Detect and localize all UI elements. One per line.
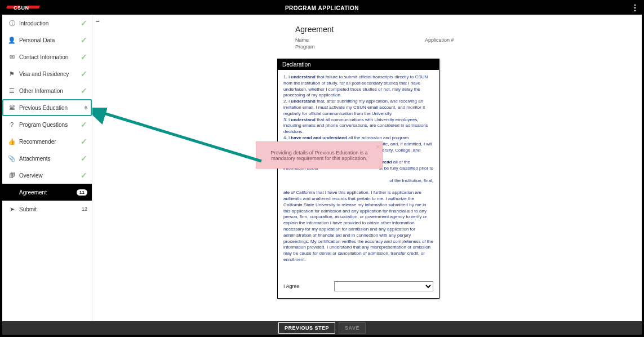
declaration-body: 1. I understand that failure to submit o…: [278, 70, 439, 268]
sidebar-item-label: Visa and Residency: [19, 71, 77, 77]
sidebar-item-label: Overview: [19, 172, 77, 179]
close-icon[interactable]: ×: [376, 143, 380, 151]
sidebar-item-label: Other Information: [19, 88, 77, 94]
appnum-label: Application #: [425, 37, 554, 43]
kebab-menu-icon[interactable]: [634, 4, 636, 13]
building-icon: 🏛: [8, 104, 16, 111]
sidebar-item-contact[interactable]: ✉ Contact Information ✓: [2, 48, 92, 65]
svg-point-2: [634, 10, 636, 12]
step-badge: 11: [77, 189, 87, 196]
person-icon: 👤: [8, 37, 16, 44]
sidebar-item-label: Program Questions: [19, 122, 77, 128]
main-content: – Agreement Name Application # Program D…: [92, 15, 642, 321]
footer-bar: PREVIOUS STEP SAVE: [2, 321, 642, 335]
info-icon: ⓘ: [8, 19, 16, 28]
copy-icon: 🗐: [8, 172, 16, 179]
thumbs-up-icon: 👍: [8, 138, 16, 145]
check-icon: ✓: [77, 137, 87, 146]
sidebar: ⓘ Introduction ✓ 👤 Personal Data ✓ ✉ Con…: [2, 15, 92, 321]
csun-logo: [7, 5, 39, 12]
sidebar-item-label: Attachments: [19, 156, 77, 162]
check-icon: ✓: [77, 36, 87, 45]
sidebar-item-label: Contact Information: [19, 54, 77, 60]
logo: [2, 5, 39, 12]
sidebar-item-previous-education[interactable]: 🏛 Previous Education 6: [2, 99, 92, 116]
sidebar-item-agreement[interactable]: Agreement 11: [2, 184, 92, 201]
check-icon: ✓: [77, 52, 87, 61]
sidebar-item-label: Submit: [19, 206, 77, 212]
collapse-toggle[interactable]: –: [96, 17, 100, 25]
flag-icon: ⚑: [8, 70, 16, 78]
sidebar-item-label: Previous Education: [19, 105, 77, 111]
sidebar-item-label: Introduction: [19, 20, 77, 26]
svg-point-0: [634, 5, 636, 6]
sidebar-item-overview[interactable]: 🗐 Overview ✓: [2, 167, 92, 184]
sidebar-item-attachments[interactable]: 📎 Attachments ✓: [2, 150, 92, 167]
envelope-icon: ✉: [8, 54, 16, 61]
paperclip-icon: 📎: [8, 155, 16, 162]
sidebar-item-visa[interactable]: ⚑ Visa and Residency ✓: [2, 65, 92, 82]
sidebar-item-recommender[interactable]: 👍 Recommender ✓: [2, 133, 92, 150]
sidebar-item-submit[interactable]: ➤ Submit 12: [2, 201, 92, 218]
validation-alert: × Providing details of Previous Educatio…: [256, 141, 383, 168]
list-icon: ☰: [8, 87, 16, 95]
check-icon: ✓: [77, 171, 87, 180]
agree-row: I Agree: [278, 268, 439, 298]
save-button[interactable]: SAVE: [339, 322, 366, 334]
check-icon: ✓: [77, 69, 87, 78]
name-label: Name: [295, 37, 425, 43]
page-header-title: PROGRAM APPLICATION: [285, 5, 359, 11]
agree-label: I Agree: [283, 283, 334, 289]
check-icon: ✓: [77, 86, 87, 95]
annotation-arrow: [92, 108, 278, 164]
sidebar-item-label: Personal Data: [19, 37, 77, 43]
page-title: Agreement: [295, 25, 619, 34]
check-icon: ✓: [77, 19, 87, 28]
sidebar-item-other-info[interactable]: ☰ Other Information ✓: [2, 82, 92, 99]
declaration-panel: Declaration 1. I understand that failure…: [277, 59, 439, 299]
check-icon: ✓: [77, 154, 87, 163]
program-label: Program: [295, 44, 425, 50]
agree-select[interactable]: [334, 281, 433, 291]
alert-text: Providing details of Previous Education …: [270, 150, 368, 161]
check-icon: ✓: [77, 120, 87, 129]
declaration-header: Declaration: [278, 59, 439, 70]
send-icon: ➤: [8, 206, 16, 213]
question-icon: ?: [8, 121, 16, 128]
step-count: 6: [77, 105, 87, 110]
svg-point-1: [634, 7, 636, 9]
sidebar-item-personal-data[interactable]: 👤 Personal Data ✓: [2, 32, 92, 48]
sidebar-item-program-questions[interactable]: ? Program Questions ✓: [2, 116, 92, 133]
svg-line-4: [100, 112, 261, 161]
sidebar-item-introduction[interactable]: ⓘ Introduction ✓: [2, 15, 92, 32]
step-count: 12: [77, 206, 87, 212]
previous-step-button[interactable]: PREVIOUS STEP: [278, 322, 335, 334]
topbar: PROGRAM APPLICATION: [2, 2, 642, 15]
sidebar-item-label: Recommender: [19, 139, 77, 145]
sidebar-item-label: Agreement: [19, 189, 77, 196]
